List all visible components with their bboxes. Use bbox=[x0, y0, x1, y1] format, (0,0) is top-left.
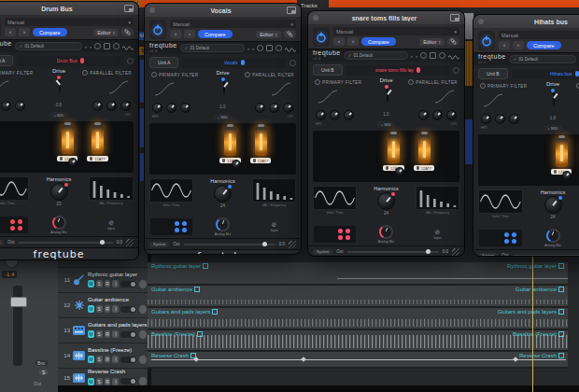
save-icon[interactable] bbox=[266, 45, 273, 51]
preset-prev[interactable]: ‹ bbox=[85, 44, 87, 49]
lock-icon[interactable] bbox=[94, 43, 101, 49]
record-button[interactable]: R bbox=[105, 305, 111, 313]
record-button[interactable]: R bbox=[105, 280, 111, 287]
preset-menu[interactable]: Manual▾ bbox=[499, 31, 579, 39]
track-name-display[interactable]: snare toms fills lay bbox=[346, 65, 449, 76]
tube-type-button[interactable]: 12AT7 bbox=[414, 165, 435, 171]
lock-icon[interactable] bbox=[257, 45, 263, 51]
system-button[interactable]: System bbox=[149, 242, 169, 247]
save-icon[interactable] bbox=[430, 52, 436, 59]
harmonic-dots[interactable] bbox=[479, 230, 522, 246]
power-button[interactable] bbox=[149, 20, 166, 39]
input-monitor-button[interactable]: I bbox=[112, 378, 119, 385]
window-titlebar[interactable]: Hihats bus bbox=[473, 15, 579, 28]
record-button[interactable]: R bbox=[105, 378, 111, 385]
track-row[interactable]: 11 Rythmic guitar layer M S R I bbox=[58, 267, 148, 292]
drive-knob[interactable] bbox=[387, 85, 388, 103]
tube-balance-knob[interactable] bbox=[395, 167, 404, 176]
volume-slider[interactable] bbox=[120, 306, 136, 313]
preset-selector[interactable]: ✓ 01 Default bbox=[180, 44, 245, 52]
open-window-icon[interactable] bbox=[287, 7, 296, 14]
input-icon[interactable]: ⊘ bbox=[272, 221, 277, 228]
next-preset-button[interactable]: › bbox=[19, 28, 30, 36]
save-icon[interactable] bbox=[104, 43, 110, 49]
gear-icon[interactable] bbox=[439, 52, 445, 59]
input-monitor-button[interactable]: I bbox=[112, 356, 119, 363]
harmonic-dots[interactable] bbox=[314, 226, 356, 243]
analog-mix-knob[interactable] bbox=[379, 225, 393, 239]
power-button[interactable] bbox=[313, 27, 330, 47]
solo-button[interactable]: S bbox=[96, 305, 103, 313]
editor-button[interactable]: Editor↕ bbox=[93, 29, 119, 36]
track-name-display[interactable]: Vocals bbox=[182, 58, 286, 68]
tube-balance-knob[interactable] bbox=[562, 171, 572, 180]
region-rythmic-guitar[interactable]: Rythmic guitar layer Rythmic guitar laye… bbox=[148, 262, 568, 286]
editor-button[interactable]: Editor↕ bbox=[419, 38, 445, 46]
harmonics-knob[interactable] bbox=[544, 196, 562, 214]
track-row[interactable]: 14 Bassline (Freeze) M S R I bbox=[58, 343, 148, 368]
resize-grip[interactable] bbox=[126, 239, 134, 246]
link-icon[interactable] bbox=[284, 30, 296, 38]
preset-next[interactable]: › bbox=[90, 44, 92, 49]
region-bassline[interactable]: Bassline (Freeze) Bassline (Freeze) bbox=[148, 330, 568, 352]
tube-type-button[interactable]: 12AT7 bbox=[250, 158, 272, 163]
preset-menu[interactable]: Manual▾ bbox=[333, 27, 459, 35]
harmonic-dots[interactable] bbox=[0, 217, 28, 233]
drive-knob[interactable] bbox=[59, 76, 61, 93]
solo-button[interactable]: S bbox=[96, 330, 103, 338]
preset-prev[interactable]: ‹ bbox=[247, 46, 249, 51]
mute-button[interactable]: M bbox=[88, 356, 94, 363]
mute-button[interactable]: M bbox=[88, 378, 94, 385]
window-titlebar[interactable]: Drum Bus bbox=[0, 2, 138, 15]
resize-grip[interactable] bbox=[452, 248, 459, 256]
harmonics-knob[interactable] bbox=[377, 192, 395, 210]
add-mid-button[interactable]: + MID bbox=[544, 125, 563, 132]
preset-menu[interactable]: Manual▾ bbox=[170, 20, 296, 28]
harmonic-dots[interactable] bbox=[150, 218, 192, 235]
playhead[interactable] bbox=[532, 254, 533, 392]
harmonics-knob[interactable] bbox=[50, 183, 68, 201]
preset-next[interactable]: › bbox=[252, 46, 254, 51]
pan-knob[interactable] bbox=[138, 304, 148, 315]
next-preset-button[interactable]: › bbox=[513, 41, 524, 49]
prev-preset-button[interactable]: ‹ bbox=[170, 30, 181, 38]
volume-slider[interactable] bbox=[120, 331, 136, 338]
mute-button[interactable]: M bbox=[88, 280, 94, 287]
open-window-icon[interactable] bbox=[450, 14, 459, 21]
analog-mix-knob[interactable] bbox=[546, 229, 560, 243]
lock-icon[interactable] bbox=[420, 52, 427, 59]
record-button[interactable]: R bbox=[105, 356, 111, 363]
resize-grip[interactable] bbox=[289, 241, 296, 248]
unit-button[interactable]: Unit A bbox=[0, 55, 13, 66]
harmonics-knob[interactable] bbox=[214, 185, 232, 203]
track-row[interactable]: 12 Guitar ambience M S R I bbox=[58, 292, 148, 317]
window-titlebar[interactable]: snare toms fills layer bbox=[308, 11, 464, 24]
solo-button[interactable]: S bbox=[96, 378, 103, 385]
input-icon[interactable]: ⊘ bbox=[108, 219, 114, 226]
pan-knob[interactable] bbox=[138, 329, 148, 340]
system-button[interactable]: System bbox=[478, 253, 498, 257]
gear-icon[interactable] bbox=[113, 43, 120, 49]
preset-selector[interactable]: ✓ 01 Default bbox=[509, 55, 576, 63]
tube-balance-knob[interactable] bbox=[232, 160, 241, 169]
close-button[interactable] bbox=[313, 15, 318, 21]
input-monitor-button[interactable]: I bbox=[112, 330, 119, 338]
power-button[interactable] bbox=[478, 31, 495, 50]
close-button[interactable] bbox=[478, 19, 484, 24]
link-icon[interactable] bbox=[447, 37, 459, 46]
pan-knob[interactable] bbox=[138, 355, 148, 365]
out-slider[interactable] bbox=[513, 255, 579, 257]
unit-button[interactable]: Unit B bbox=[478, 68, 508, 79]
preset-menu[interactable]: Manual▾ bbox=[5, 18, 134, 26]
input-icon[interactable]: ⊘ bbox=[435, 229, 441, 235]
window-titlebar[interactable]: Vocals bbox=[145, 4, 301, 17]
open-window-icon[interactable] bbox=[124, 5, 134, 12]
pan-knob[interactable] bbox=[138, 279, 148, 289]
link-icon[interactable] bbox=[121, 28, 134, 36]
input-monitor-button[interactable]: I bbox=[112, 280, 119, 287]
out-slider[interactable] bbox=[184, 244, 275, 245]
out-slider[interactable] bbox=[19, 242, 113, 244]
prev-preset-button[interactable]: ‹ bbox=[333, 37, 345, 46]
tube-type-button[interactable]: 12AT7 bbox=[87, 156, 108, 161]
power-button[interactable] bbox=[0, 18, 1, 37]
